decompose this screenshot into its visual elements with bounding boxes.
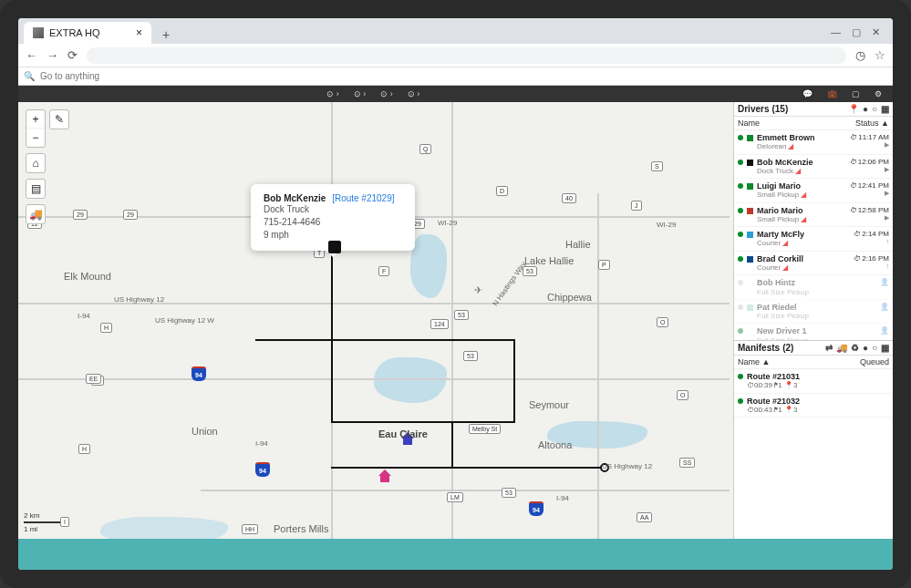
city-label: Seymour xyxy=(529,399,569,410)
manifest-row[interactable]: Route #21031⏱00:39 ⚑1 📍3 xyxy=(734,369,893,394)
map-canvas[interactable]: 94 94 94 Eau Claire Chippewa Altoona Sey… xyxy=(18,102,733,539)
vehicle-color-icon xyxy=(747,208,753,214)
search-input[interactable] xyxy=(40,71,887,81)
status-dot xyxy=(738,135,743,140)
tab-title: EXTRA HQ xyxy=(49,27,100,38)
toolbar-briefcase-icon[interactable]: 💼 xyxy=(820,89,844,98)
browser-tab[interactable]: EXTRA HQ × xyxy=(24,22,151,44)
driver-row[interactable]: Mario MarioSmall Pickup◢12:58 PM▶ xyxy=(734,203,893,228)
road-chip: F xyxy=(378,266,389,276)
panel-pin-icon[interactable]: 📍 xyxy=(848,104,859,114)
road-chip: O xyxy=(657,317,668,327)
zoom-in-button[interactable]: + xyxy=(26,110,45,129)
road-chip: EE xyxy=(86,374,101,384)
driver-row[interactable]: Pat RiedelFull Size Pickup👤 xyxy=(734,300,893,325)
driver-row[interactable]: Marty McFlyCourier◢2:14 PM↑ xyxy=(734,227,893,252)
manifest-refresh-icon[interactable]: ♻ xyxy=(851,343,859,353)
edit-button[interactable]: ✎ xyxy=(50,110,68,129)
toolbar-nav-2[interactable]: ⊙ › xyxy=(347,89,374,98)
driver-vehicle: Dock Truck◢ xyxy=(757,167,846,175)
driver-list[interactable]: Emmett BrownDelorean◢11:17 AM▶Bob McKenz… xyxy=(734,130,893,340)
new-tab-button[interactable]: + xyxy=(157,26,175,44)
road-chip: HH xyxy=(242,524,258,534)
popup-driver-name: Bob McKenzie xyxy=(264,193,326,203)
driver-name: Mario Mario xyxy=(757,206,846,215)
road-chip: I xyxy=(60,517,69,527)
toolbar-nav-1[interactable]: ⊙ › xyxy=(319,89,347,98)
vehicle-color-icon xyxy=(747,256,753,263)
manifest-record-icon[interactable]: ● xyxy=(863,343,868,353)
minimize-button[interactable]: — xyxy=(831,26,841,38)
toolbar-monitor-icon[interactable]: ▢ xyxy=(844,89,867,98)
driver-row[interactable]: Luigi MarioSmall Pickup◢12:41 PM▶ xyxy=(734,179,893,203)
favicon-icon xyxy=(33,27,44,38)
driver-row[interactable]: New Driver 1Full Size Pickup👤 xyxy=(734,324,893,340)
interstate-shield: 94 xyxy=(192,366,206,381)
airport-icon: ✈ xyxy=(474,284,482,296)
manifest-open-icon[interactable]: ○ xyxy=(872,343,877,353)
toolbar-chat-icon[interactable]: 💬 xyxy=(795,89,820,98)
panel-grid-icon[interactable]: ▦ xyxy=(881,104,889,114)
driver-row[interactable]: Brad CorkillCourier◢2:16 PM↑ xyxy=(734,252,893,276)
col-status[interactable]: Status ▲ xyxy=(855,119,889,128)
tab-close-icon[interactable]: × xyxy=(136,26,142,39)
address-bar[interactable] xyxy=(87,47,846,64)
road-label: WI-29 xyxy=(657,221,676,229)
forward-button[interactable]: → xyxy=(47,48,58,62)
bookmark-button[interactable]: ☆ xyxy=(875,48,885,62)
history-icon[interactable]: ◷ xyxy=(855,48,865,62)
driver-row[interactable]: Bob McKenzieDock Truck◢12:06 PM▶ xyxy=(734,155,893,180)
manifest-col-name[interactable]: Name ▲ xyxy=(738,357,770,366)
road-chip: 124 xyxy=(430,319,449,329)
reload-button[interactable]: ⟳ xyxy=(67,48,78,62)
road-chip: AA xyxy=(637,512,652,522)
truck-filter-button[interactable]: 🚚 xyxy=(26,205,45,223)
truck-marker[interactable] xyxy=(328,241,341,253)
status-dot xyxy=(738,183,743,189)
city-label: Hallie xyxy=(565,239,591,250)
road-label: US Highway 12 xyxy=(602,462,652,470)
driver-row[interactable]: Emmett BrownDelorean◢11:17 AM▶ xyxy=(734,130,893,155)
driver-row[interactable]: Bob HintzFull Size Pickup👤 xyxy=(734,275,893,300)
back-button[interactable]: ← xyxy=(26,48,37,62)
manifest-filter-icon[interactable]: ⇄ xyxy=(825,343,833,353)
road-chip: Q xyxy=(419,144,431,154)
popup-route-link[interactable]: [Route #21029] xyxy=(332,193,394,203)
city-label: Lake Hallie xyxy=(524,255,574,266)
toolbar-gear-icon[interactable]: ⚙ xyxy=(867,89,889,98)
manifest-truck-icon[interactable]: 🚚 xyxy=(836,343,847,353)
manifests-column-header: Name ▲ Queued xyxy=(734,356,893,369)
manifest-name: Route #21032 xyxy=(747,397,889,406)
popup-vehicle: Dock Truck xyxy=(264,203,402,216)
status-dot xyxy=(738,208,743,213)
road-chip: H xyxy=(78,444,90,454)
home-button[interactable]: ⌂ xyxy=(26,154,45,172)
manifest-grid-icon[interactable]: ▦ xyxy=(881,343,889,353)
col-name[interactable]: Name xyxy=(738,119,760,128)
panel-open-icon[interactable]: ○ xyxy=(872,104,877,114)
close-window-button[interactable]: ✕ xyxy=(872,26,880,38)
manifest-list[interactable]: Route #21031⏱00:39 ⚑1 📍3Route #21032⏱00:… xyxy=(734,369,893,418)
drivers-count: (15) xyxy=(771,104,788,114)
zoom-out-button[interactable]: − xyxy=(26,129,45,147)
map-water xyxy=(374,357,447,403)
location-icon: ◢ xyxy=(801,191,806,199)
browser-tabbar: EXTRA HQ × + — ▢ ✕ xyxy=(18,18,893,44)
toolbar-nav-4[interactable]: ⊙ › xyxy=(400,89,428,98)
maximize-button[interactable]: ▢ xyxy=(852,26,861,38)
panel-record-icon[interactable]: ● xyxy=(863,104,868,114)
house-marker-red[interactable] xyxy=(378,472,391,485)
road-chip: SS xyxy=(679,458,695,468)
toolbar-nav-3[interactable]: ⊙ › xyxy=(373,89,400,98)
layers-button[interactable]: ▤ xyxy=(26,180,45,198)
vehicle-color-icon xyxy=(747,135,753,141)
driver-name: Emmett Brown xyxy=(757,133,846,142)
interstate-shield: 94 xyxy=(529,501,543,516)
manifest-row[interactable]: Route #21032⏱00:43 ⚑1 📍3 xyxy=(734,394,893,418)
status-dot xyxy=(738,398,743,404)
road-chip: Melby St xyxy=(469,424,501,434)
manifest-col-queued[interactable]: Queued xyxy=(860,357,889,366)
road-chip: D xyxy=(496,186,508,196)
city-label: Porters Mills xyxy=(274,523,329,534)
driver-name: Marty McFly xyxy=(757,230,850,239)
